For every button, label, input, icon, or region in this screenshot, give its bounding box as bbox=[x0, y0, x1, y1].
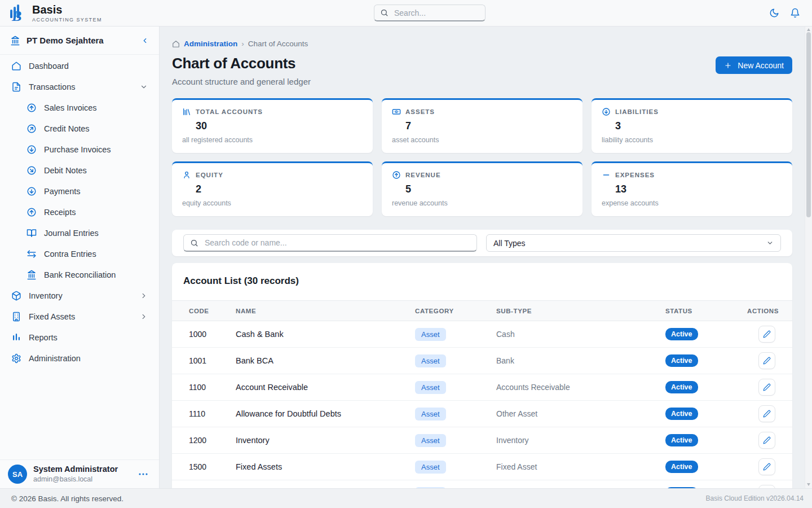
sidebar-item-inventory[interactable]: Inventory bbox=[0, 285, 159, 306]
edit-account-button[interactable] bbox=[758, 352, 775, 369]
sidebar-item-contra-entries[interactable]: Contra Entries bbox=[0, 243, 159, 264]
scroll-up-arrow[interactable] bbox=[807, 28, 810, 31]
pencil-icon bbox=[763, 436, 771, 444]
arrow-up-circle-icon bbox=[27, 103, 37, 113]
company-selector[interactable]: PT Demo Sejahtera bbox=[0, 27, 159, 55]
person-icon bbox=[182, 170, 191, 179]
filter-bar: All Types bbox=[172, 230, 792, 256]
ellipsis-icon bbox=[139, 472, 148, 476]
library-icon bbox=[182, 107, 191, 116]
stat-value: 30 bbox=[196, 120, 363, 132]
main-content: Administration › Chart of Accounts Chart… bbox=[160, 27, 812, 488]
page-subtitle: Account structure and general ledger bbox=[172, 77, 311, 86]
arrow-up-circle-icon bbox=[392, 170, 401, 179]
moon-icon bbox=[769, 8, 779, 18]
column-header-status: STATUS bbox=[665, 308, 747, 314]
gear-icon bbox=[11, 353, 21, 364]
arrow-down-right-circle-icon bbox=[27, 165, 37, 176]
stat-value: 5 bbox=[405, 183, 572, 195]
minus-icon bbox=[602, 170, 611, 179]
scrollbar-thumb[interactable] bbox=[806, 32, 811, 217]
edit-account-button[interactable] bbox=[758, 485, 775, 488]
arrow-up-circle-icon bbox=[27, 207, 37, 217]
sidebar-item-receipts[interactable]: Receipts bbox=[0, 202, 159, 222]
table-row: 1001 Bank BCA Asset Bank Active bbox=[172, 348, 792, 374]
breadcrumb: Administration › Chart of Accounts bbox=[172, 40, 792, 48]
edit-account-button[interactable] bbox=[758, 405, 775, 422]
table-header-row: CODE NAME CATEGORY SUB-TYPE STATUS ACTIO… bbox=[172, 300, 792, 321]
sidebar: PT Demo Sejahtera Dashboard Transactions… bbox=[0, 27, 160, 488]
user-panel: SA System Administrator admin@basis.loca… bbox=[0, 459, 159, 488]
sidebar-item-credit-notes[interactable]: Credit Notes bbox=[0, 118, 159, 139]
column-header-category: CATEGORY bbox=[415, 308, 496, 314]
plus-icon bbox=[724, 62, 732, 69]
table-row: 1100 Account Receivable Asset Accounts R… bbox=[172, 374, 792, 401]
user-menu-button[interactable] bbox=[135, 472, 151, 476]
scroll-down-arrow[interactable] bbox=[807, 483, 810, 486]
home-icon bbox=[11, 61, 21, 71]
category-badge: Asset bbox=[415, 381, 446, 394]
sidebar-item-payments[interactable]: Payments bbox=[0, 181, 159, 202]
bar-chart-icon bbox=[11, 332, 21, 343]
table-row: 1500 Fixed Assets Asset Fixed Asset Acti… bbox=[172, 454, 792, 480]
sidebar-item-transactions[interactable]: Transactions bbox=[0, 76, 159, 97]
stat-card-liabilities: LIABILITIES 3 liability accounts bbox=[592, 98, 792, 153]
footer: © 2026 Basis. All rights reserved. Basis… bbox=[0, 488, 812, 508]
account-list-title: Account List (30 records) bbox=[172, 263, 792, 300]
breadcrumb-separator: › bbox=[241, 40, 244, 48]
breadcrumb-link-administration[interactable]: Administration bbox=[184, 40, 237, 48]
company-name: PT Demo Sejahtera bbox=[27, 36, 135, 45]
stat-value: 3 bbox=[615, 120, 782, 132]
column-header-code: CODE bbox=[189, 308, 236, 314]
category-badge: Asset bbox=[415, 487, 446, 489]
sidebar-item-purchase-invoices[interactable]: Purchase Invoices bbox=[0, 139, 159, 160]
table-row: 1510 Accumulated Depreciation Asset Othe… bbox=[172, 480, 792, 488]
stat-card-total-accounts: TOTAL ACCOUNTS 30 all registered account… bbox=[172, 98, 373, 153]
stats-grid: TOTAL ACCOUNTS 30 all registered account… bbox=[172, 98, 792, 216]
sidebar-item-reports[interactable]: Reports bbox=[0, 327, 159, 348]
edit-account-button[interactable] bbox=[758, 379, 775, 396]
edit-account-button[interactable] bbox=[758, 432, 775, 449]
chevron-down-icon bbox=[766, 239, 774, 247]
pencil-icon bbox=[763, 330, 771, 338]
status-badge: Active bbox=[665, 461, 698, 473]
search-icon bbox=[190, 239, 198, 247]
breadcrumb-current: Chart of Accounts bbox=[248, 40, 308, 48]
sidebar-item-bank-reconciliation[interactable]: Bank Reconciliation bbox=[0, 264, 159, 285]
package-icon bbox=[11, 291, 21, 301]
type-filter-select[interactable]: All Types bbox=[486, 234, 781, 252]
new-account-button[interactable]: New Account bbox=[716, 56, 792, 74]
brand-tagline: ACCOUNTING SYSTEM bbox=[32, 17, 102, 23]
sidebar-item-dashboard[interactable]: Dashboard bbox=[0, 55, 159, 76]
user-email: admin@basis.local bbox=[33, 475, 118, 483]
vertical-scrollbar[interactable] bbox=[805, 27, 812, 488]
global-search[interactable] bbox=[374, 5, 486, 21]
edit-account-button[interactable] bbox=[758, 326, 775, 343]
stat-value: 7 bbox=[405, 120, 572, 132]
sidebar-item-debit-notes[interactable]: Debit Notes bbox=[0, 160, 159, 181]
theme-toggle-button[interactable] bbox=[769, 8, 779, 18]
account-search-input[interactable] bbox=[204, 238, 470, 248]
sidebar-item-fixed-assets[interactable]: Fixed Assets bbox=[0, 306, 159, 327]
notifications-button[interactable] bbox=[790, 8, 800, 18]
chevron-right-icon bbox=[140, 292, 148, 300]
column-header-actions: ACTIONS bbox=[747, 308, 779, 314]
chevron-right-icon bbox=[140, 313, 148, 321]
chevron-left-icon[interactable] bbox=[141, 37, 149, 45]
status-badge: Active bbox=[665, 434, 698, 446]
global-search-input[interactable] bbox=[393, 8, 479, 18]
account-search[interactable] bbox=[183, 234, 477, 252]
table-row: 1200 Inventory Asset Inventory Active bbox=[172, 427, 792, 454]
table-row: 1110 Allowance for Doubtful Debts Asset … bbox=[172, 401, 792, 427]
sidebar-item-sales-invoices[interactable]: Sales Invoices bbox=[0, 97, 159, 118]
topbar-actions bbox=[769, 8, 812, 18]
sidebar-item-journal-entries[interactable]: Journal Entries bbox=[0, 222, 159, 243]
column-header-name: NAME bbox=[236, 308, 415, 314]
stat-card-equity: EQUITY 2 equity accounts bbox=[172, 161, 373, 216]
pencil-icon bbox=[763, 383, 771, 391]
edit-account-button[interactable] bbox=[758, 458, 775, 475]
search-icon bbox=[380, 8, 389, 17]
sidebar-item-administration[interactable]: Administration bbox=[0, 348, 159, 369]
status-badge: Active bbox=[665, 354, 698, 367]
arrow-down-circle-icon bbox=[602, 107, 611, 116]
